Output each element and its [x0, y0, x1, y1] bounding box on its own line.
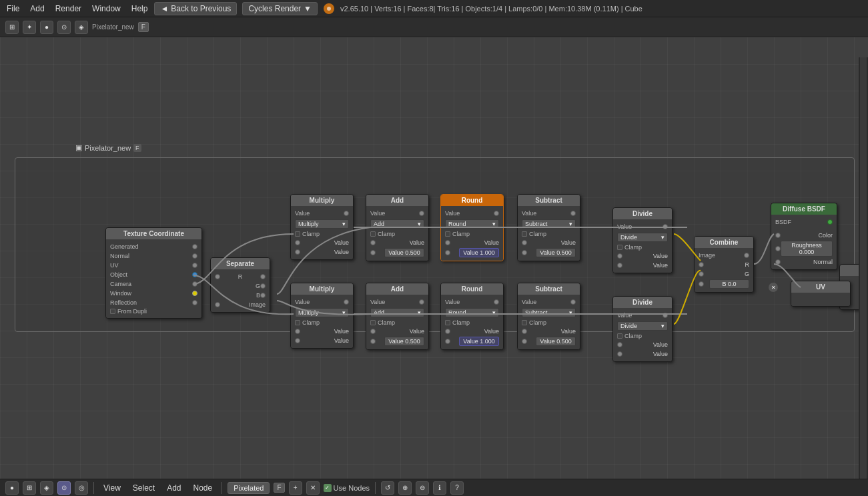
add2-body: Value Add ▾ Clamp Value: [366, 295, 428, 349]
bottom-icon-active[interactable]: ⊙: [57, 481, 71, 495]
diff-rough-field[interactable]: Roughness 0.000: [781, 241, 833, 257]
a2-dropdown[interactable]: Add ▾: [370, 308, 424, 317]
bottom-x-btn[interactable]: ✕: [306, 481, 320, 495]
a2-row2-field[interactable]: Value 0.500: [384, 337, 424, 346]
bottom-icon-sphere[interactable]: ●: [5, 481, 19, 495]
d2-value-label: Value: [617, 312, 632, 319]
d2-row1-socket: [617, 342, 622, 347]
bottom-icon-grid[interactable]: ⊞: [23, 481, 36, 495]
multiply2-node[interactable]: Multiply Value Multiply ▾ Clamp: [290, 283, 354, 349]
render-mode-dropdown[interactable]: Cycles Render ▼: [242, 2, 318, 15]
s1-dropdown[interactable]: Subtract ▾: [522, 219, 576, 229]
diffuse-bsdf-node[interactable]: Diffuse BSDF BSDF Color Roughness 0.000: [771, 203, 837, 270]
node-canvas[interactable]: ▣ Pixelator_new F: [0, 37, 868, 479]
node-editor-icon5[interactable]: ◈: [75, 21, 88, 34]
menu-file[interactable]: File: [3, 3, 23, 15]
d2-clamp-row: Clamp: [616, 332, 669, 340]
s2-clamp-checkbox[interactable]: [522, 320, 527, 325]
s2-dropdown-wrap: Subtract ▾: [520, 307, 577, 319]
m2-dropdown[interactable]: Multiply ▾: [295, 308, 349, 317]
m2-row1: Value: [294, 327, 350, 336]
r1-row1: Value: [444, 238, 500, 247]
tc-from-dupli-checkbox[interactable]: [110, 309, 115, 314]
menu-help[interactable]: Help: [127, 3, 152, 15]
bottom-info-btn[interactable]: ℹ: [433, 481, 446, 495]
a2-clamp-checkbox[interactable]: [370, 320, 376, 325]
round2-node[interactable]: Round Value Round ▾ Clamp: [440, 283, 504, 350]
menu-window[interactable]: Window: [88, 3, 125, 15]
use-nodes-checkbox[interactable]: ✓: [324, 484, 332, 492]
m1-dropdown-wrap: Multiply ▾: [294, 218, 350, 230]
back-to-previous-button[interactable]: ◄ Back to Previous: [154, 2, 237, 15]
node-editor-icon4[interactable]: ⊙: [57, 21, 71, 34]
uv-close-btn[interactable]: ✕: [769, 283, 778, 292]
bottom-node-label[interactable]: Node: [189, 482, 217, 494]
a1-clamp-checkbox[interactable]: [370, 231, 376, 237]
tc-window-socket: [192, 291, 197, 296]
bottom-refresh-btn[interactable]: ↺: [381, 481, 394, 495]
r2-dropdown[interactable]: Round ▾: [445, 308, 499, 317]
bottom-zoom-out-btn[interactable]: ⊖: [416, 481, 429, 495]
add1-node[interactable]: Add Value Add ▾ Clamp: [366, 194, 429, 261]
s2-row2-field[interactable]: Value 0.500: [536, 337, 576, 346]
divide2-node[interactable]: Divide Value Divide ▾ Clamp: [612, 296, 673, 362]
combine-node[interactable]: Combine Image R G B 0.0: [694, 236, 754, 293]
add2-node[interactable]: Add Value Add ▾ Clamp: [366, 283, 429, 350]
d2-clamp-checkbox[interactable]: [617, 333, 622, 339]
d1-dropdown[interactable]: Divide ▾: [617, 233, 668, 242]
subtract1-node[interactable]: Subtract Value Subtract ▾ Clamp: [517, 194, 580, 261]
m1-row2-label: Value: [334, 249, 349, 255]
round1-node[interactable]: Round Value Round ▾ Clamp: [440, 194, 504, 261]
use-nodes-label: Use Nodes: [334, 484, 370, 492]
bottom-add-label[interactable]: Add: [163, 482, 185, 494]
subtract2-node[interactable]: Subtract Value Subtract ▾ Clamp: [517, 283, 580, 350]
node-editor-icon1[interactable]: ⊞: [5, 21, 19, 34]
r1-clamp-checkbox[interactable]: [445, 231, 450, 237]
bottom-zoom-btn[interactable]: ⊕: [398, 481, 412, 495]
bottom-help-btn[interactable]: ?: [450, 481, 464, 495]
s1-clamp-checkbox[interactable]: [522, 231, 527, 237]
bottom-icon-material[interactable]: ◎: [75, 481, 88, 495]
a1-dropdown[interactable]: Add ▾: [370, 219, 424, 229]
bottom-plus-btn[interactable]: +: [289, 481, 302, 495]
comb-b-field[interactable]: B 0.0: [709, 279, 749, 289]
a1-value-row: Value: [369, 209, 426, 218]
m2-clamp-checkbox[interactable]: [295, 320, 300, 325]
menu-render[interactable]: Render: [51, 3, 85, 15]
bottom-view-label[interactable]: View: [99, 482, 125, 494]
menu-add[interactable]: Add: [26, 3, 48, 15]
r1-dropdown[interactable]: Round ▾: [445, 219, 499, 229]
round2-body: Value Round ▾ Clamp Value: [441, 295, 503, 349]
d2-value-row: Value: [616, 311, 669, 320]
divide1-node[interactable]: Divide Value Divide ▾ Clamp: [612, 207, 673, 273]
s2-clamp-row: Clamp: [520, 319, 577, 327]
bottom-select-label[interactable]: Select: [129, 482, 159, 494]
s2-dropdown[interactable]: Subtract ▾: [522, 308, 576, 317]
s1-row2-field[interactable]: Value 0.500: [536, 248, 576, 257]
r2-clamp-checkbox[interactable]: [445, 320, 450, 325]
sep-image-label: Image: [220, 301, 266, 308]
r1-row2-field[interactable]: Value 1.000: [459, 248, 499, 257]
a1-row2-field[interactable]: Value 0.500: [384, 248, 424, 257]
scrollbar-right[interactable]: [859, 57, 868, 479]
node-editor-icon3[interactable]: ●: [40, 21, 53, 34]
r2-row1-socket: [445, 329, 450, 334]
separate-node[interactable]: Separate R G B Image: [210, 257, 270, 313]
uv-node[interactable]: UV: [791, 281, 851, 307]
d1-clamp-checkbox[interactable]: [617, 245, 622, 250]
pixelated-dropdown[interactable]: Pixelated: [228, 482, 270, 494]
texture-coordinate-node[interactable]: Texture Coordinate Generated Normal UV O…: [105, 227, 202, 319]
a2-clamp-label: Clamp: [378, 319, 395, 326]
m1-dropdown[interactable]: Multiply ▾: [295, 219, 349, 229]
bottom-icon-node[interactable]: ◈: [40, 481, 53, 495]
node-editor-icon2[interactable]: ✦: [23, 21, 36, 34]
blender-logo-icon: [323, 3, 335, 15]
m1-clamp-checkbox[interactable]: [295, 231, 300, 237]
multiply1-node[interactable]: Multiply Value Multiply ▾ Clamp: [290, 194, 354, 260]
add1-body: Value Add ▾ Clamp Value: [366, 206, 428, 261]
d2-row2-socket: [617, 351, 622, 357]
r2-row2-field[interactable]: Value 1.000: [459, 337, 499, 346]
d2-dropdown[interactable]: Divide ▾: [617, 321, 668, 331]
tc-uv-row: UV: [109, 261, 199, 270]
a1-row2-socket: [370, 250, 376, 255]
